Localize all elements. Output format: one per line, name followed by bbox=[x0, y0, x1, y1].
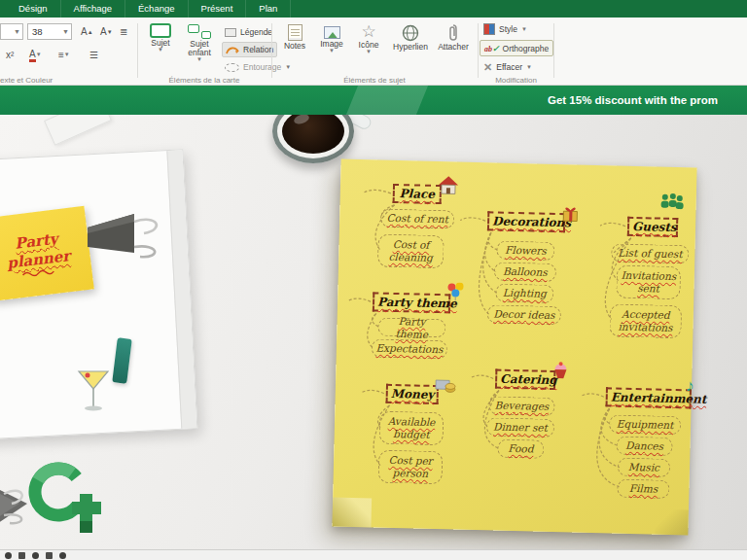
subtopic[interactable]: Dinner set bbox=[486, 417, 554, 438]
subtopic[interactable]: Films bbox=[617, 479, 669, 499]
cocktail-glass-icon bbox=[76, 369, 111, 412]
menu-tab-plan[interactable]: Plan bbox=[246, 0, 291, 18]
menu-tab-echange[interactable]: Échange bbox=[125, 0, 189, 18]
globe-link-icon bbox=[402, 24, 419, 42]
ribbon-group-map-elements: Sujet ▼ Sujet enfant ▼ Légende Relation … bbox=[138, 18, 270, 86]
notes-button[interactable]: Notes bbox=[278, 24, 311, 51]
menu-tab-present[interactable]: Présent bbox=[189, 0, 247, 18]
font-color-button[interactable]: A▼ bbox=[25, 47, 46, 63]
subtopic[interactable]: Food bbox=[497, 439, 544, 459]
subtopic[interactable]: Dances bbox=[616, 437, 672, 456]
paper-card bbox=[44, 115, 112, 146]
subtopic[interactable]: Lighting bbox=[495, 284, 553, 303]
topic-decorations[interactable]: Decorations bbox=[487, 211, 565, 232]
binder-clip-icon bbox=[86, 212, 167, 266]
whiteboard-frame bbox=[166, 150, 196, 428]
group-label: Éléments de la carte bbox=[138, 76, 270, 85]
subtopic-icon bbox=[188, 23, 211, 39]
clear-x-icon: ✕ bbox=[483, 61, 492, 74]
subtopic[interactable]: Flowers bbox=[496, 241, 554, 261]
promo-banner[interactable]: Get 15% discount with the prom bbox=[0, 86, 747, 115]
coffee-cup bbox=[272, 115, 354, 163]
note-curl-right bbox=[655, 509, 689, 536]
menu-tab-affichage[interactable]: Affichage bbox=[61, 0, 125, 18]
topic-place[interactable]: Place bbox=[393, 184, 442, 204]
music-note-icon: ♪ bbox=[686, 377, 694, 394]
subtopic[interactable]: Cost per person bbox=[378, 450, 444, 485]
status-glyph[interactable] bbox=[5, 552, 12, 559]
ribbon-group-topic-elements: Notes Image ▼ ☆ Icône ▼ Hyperlien Attach… bbox=[272, 18, 477, 86]
style-swatch-icon bbox=[483, 23, 495, 35]
relation-arrow-icon bbox=[226, 45, 239, 54]
people-icon bbox=[658, 192, 685, 217]
group-separator bbox=[553, 23, 554, 78]
status-glyph[interactable] bbox=[59, 552, 66, 559]
topic-party-theme[interactable]: Party theme bbox=[373, 292, 450, 313]
subtopic[interactable]: Decor ideas bbox=[487, 304, 561, 325]
map-canvas[interactable]: Party planner bbox=[0, 115, 747, 549]
relation-button[interactable]: Relation bbox=[222, 42, 277, 57]
subtopic[interactable]: Cost of rent bbox=[380, 209, 454, 229]
orthographe-button[interactable]: ab✓ Orthographe bbox=[480, 40, 553, 56]
chevron-down-icon: ▼ bbox=[526, 65, 532, 70]
font-size-combo[interactable]: 38▼ bbox=[27, 23, 72, 40]
superscript-button[interactable]: x² bbox=[2, 47, 18, 63]
line-style-button[interactable]: ≡▼ bbox=[54, 47, 74, 63]
sujet-enfant-button[interactable]: Sujet enfant ▼ bbox=[181, 23, 218, 62]
subtopic[interactable]: List of guest bbox=[611, 243, 689, 263]
status-glyph[interactable] bbox=[18, 552, 25, 559]
menu-tab-design[interactable]: Désign bbox=[6, 0, 61, 18]
boundary-icon bbox=[225, 63, 239, 72]
spellcheck-icon: ab✓ bbox=[484, 44, 500, 53]
style-button[interactable]: Style ▼ bbox=[480, 21, 530, 37]
topic-entertainment[interactable]: Entertainment bbox=[606, 387, 692, 408]
chevron-down-icon: ▼ bbox=[329, 49, 335, 53]
subtopic[interactable]: Expectations bbox=[372, 338, 447, 359]
cupcake-icon bbox=[551, 361, 569, 380]
balloons-icon bbox=[446, 282, 466, 301]
icone-button[interactable]: ☆ Icône ▼ bbox=[352, 23, 385, 54]
house-icon bbox=[438, 175, 459, 195]
status-glyph[interactable] bbox=[46, 552, 53, 559]
ribbon-group-text-color: ▼ 38▼ A▲ A▼ ≣ x² A▼ ≡▼ ☰ exte et Couleur bbox=[0, 18, 136, 86]
banner-decor-shape bbox=[346, 86, 428, 115]
grow-font-button[interactable]: A▲ bbox=[77, 23, 97, 40]
party-planner-sticky[interactable]: Party planner bbox=[0, 206, 94, 301]
topic-money[interactable]: Money bbox=[386, 384, 439, 404]
group-label: exte et Couleur bbox=[0, 76, 136, 85]
subtopic[interactable]: Beverages bbox=[488, 396, 554, 416]
subtopic[interactable]: Cost of cleaning bbox=[377, 234, 445, 269]
subtopic[interactable]: Balloons bbox=[494, 262, 556, 282]
shrink-font-button[interactable]: A▼ bbox=[96, 23, 117, 40]
topic-guests[interactable]: Guests bbox=[627, 217, 678, 237]
gift-icon bbox=[561, 203, 579, 223]
chevron-down-icon: ▼ bbox=[62, 29, 69, 34]
chevron-down-icon: ▼ bbox=[14, 29, 20, 34]
subtopic[interactable]: Accepted invitations bbox=[609, 303, 682, 338]
subtopic[interactable]: Music bbox=[618, 458, 670, 477]
hyperlien-button[interactable]: Hyperlien bbox=[389, 24, 432, 52]
topic-catering[interactable]: Catering bbox=[495, 369, 555, 391]
star-icon: ☆ bbox=[361, 23, 375, 40]
chevron-down-icon: ▼ bbox=[196, 57, 202, 62]
paragraph-button[interactable]: ☰ bbox=[86, 47, 102, 63]
effacer-button[interactable]: ✕ Effacer ▼ bbox=[480, 59, 535, 75]
image-button[interactable]: Image ▼ bbox=[315, 26, 348, 53]
paperclip-icon bbox=[447, 23, 459, 42]
ribbon-group-modification: Style ▼ ab✓ Orthographe ✕ Effacer ▼ Modi… bbox=[479, 18, 553, 86]
subtopic[interactable]: Equipment bbox=[609, 414, 681, 435]
subtopic[interactable]: Available budget bbox=[379, 411, 445, 446]
status-bar bbox=[0, 549, 747, 560]
mindmap-note[interactable]: Place Cost of rent Cost of cleaning Deco… bbox=[332, 159, 696, 536]
note-curl-left bbox=[332, 497, 372, 527]
attacher-button[interactable]: Attacher bbox=[434, 23, 473, 52]
indent-icon[interactable]: ≣ bbox=[116, 23, 131, 40]
group-label: Éléments de sujet bbox=[272, 76, 477, 85]
legende-button[interactable]: Légende bbox=[222, 24, 275, 40]
sujet-button[interactable]: Sujet ▼ bbox=[142, 23, 179, 52]
subtopic[interactable]: Invitations sent bbox=[616, 265, 681, 300]
status-glyph[interactable] bbox=[32, 552, 39, 559]
font-family-combo[interactable]: ▼ bbox=[0, 23, 23, 40]
subtopic[interactable]: Party theme bbox=[377, 318, 445, 338]
chevron-down-icon: ▼ bbox=[158, 48, 163, 52]
